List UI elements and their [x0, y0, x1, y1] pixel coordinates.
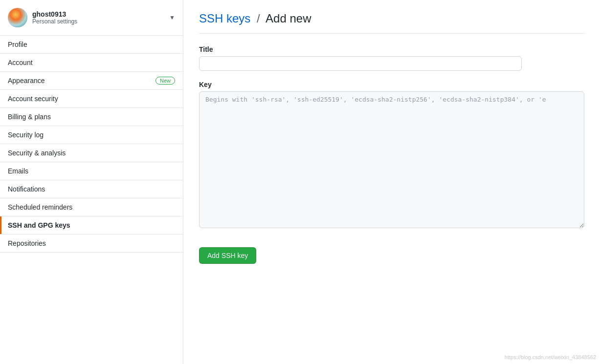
breadcrumb-current: Add new — [266, 12, 311, 25]
new-badge: New — [156, 77, 175, 85]
sidebar-item-label: Emails — [8, 167, 28, 175]
sidebar-item-label: Security log — [8, 131, 44, 139]
sidebar-item-ssh-gpg-keys[interactable]: SSH and GPG keys — [0, 216, 183, 235]
sidebar-item-label: Account security — [8, 95, 58, 103]
sidebar-item-notifications[interactable]: Notifications — [0, 180, 183, 198]
key-textarea[interactable] — [199, 91, 584, 228]
breadcrumb-link[interactable]: SSH keys — [199, 12, 250, 25]
main-content: SSH keys / Add new Title Key Add SSH key — [183, 0, 600, 364]
dropdown-arrow-icon[interactable]: ▼ — [169, 14, 175, 21]
user-profile-header[interactable]: ghost0913 Personal settings ▼ — [0, 0, 183, 36]
user-info: ghost0913 Personal settings — [32, 10, 164, 25]
avatar — [8, 8, 27, 27]
sidebar-item-appearance[interactable]: AppearanceNew — [0, 72, 183, 90]
title-field-group: Title — [199, 45, 584, 71]
sidebar-item-label: Security & analysis — [8, 149, 66, 157]
sidebar-item-profile[interactable]: Profile — [0, 36, 183, 54]
title-input[interactable] — [199, 56, 522, 71]
sidebar-item-emails[interactable]: Emails — [0, 162, 183, 180]
username: ghost0913 — [32, 10, 164, 18]
key-label: Key — [199, 81, 584, 88]
title-label: Title — [199, 45, 584, 53]
breadcrumb-separator: / — [257, 12, 260, 25]
sidebar-item-security-log[interactable]: Security log — [0, 126, 183, 144]
sidebar-item-label: Notifications — [8, 185, 45, 193]
watermark: https://blog.csdn.net/weixin_43848562 — [505, 354, 596, 360]
sidebar-item-label: SSH and GPG keys — [8, 221, 70, 229]
sidebar: ghost0913 Personal settings ▼ ProfileAcc… — [0, 0, 183, 364]
add-ssh-key-button[interactable]: Add SSH key — [199, 247, 256, 264]
key-field-group: Key — [199, 81, 584, 230]
sidebar-item-label: Account — [8, 59, 33, 66]
sidebar-item-label: Repositories — [8, 239, 46, 247]
user-subtitle: Personal settings — [32, 18, 164, 25]
nav-list: ProfileAccountAppearanceNewAccount secur… — [0, 36, 183, 253]
sidebar-item-label: Appearance — [8, 77, 45, 85]
sidebar-item-billing[interactable]: Billing & plans — [0, 108, 183, 126]
sidebar-item-label: Profile — [8, 41, 27, 48]
sidebar-item-label: Billing & plans — [8, 113, 51, 121]
page-title: SSH keys / Add new — [199, 12, 584, 34]
sidebar-item-scheduled-reminders[interactable]: Scheduled reminders — [0, 198, 183, 216]
sidebar-item-repositories[interactable]: Repositories — [0, 235, 183, 253]
sidebar-item-account[interactable]: Account — [0, 54, 183, 72]
sidebar-item-label: Scheduled reminders — [8, 203, 72, 211]
sidebar-item-security-analysis[interactable]: Security & analysis — [0, 144, 183, 162]
sidebar-item-account-security[interactable]: Account security — [0, 90, 183, 108]
